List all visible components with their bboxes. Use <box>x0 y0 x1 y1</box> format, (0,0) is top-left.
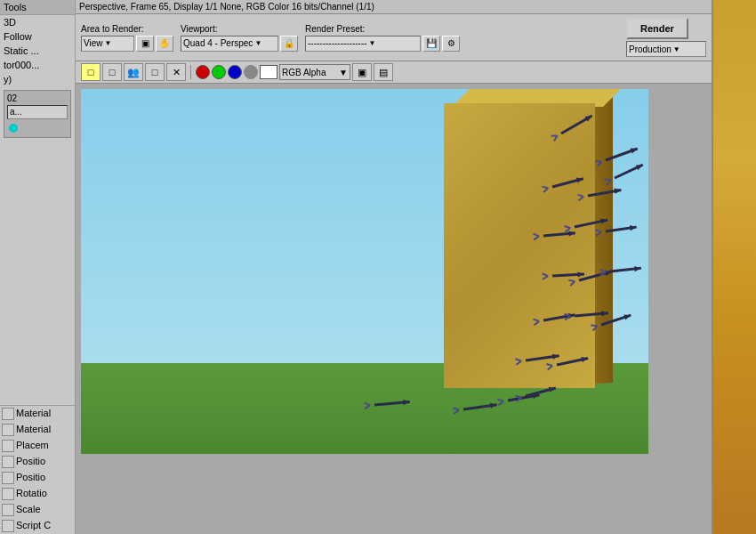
tools-label: Tools <box>4 2 27 12</box>
sidebar-item-static[interactable]: Static ... <box>0 44 75 58</box>
production-dropdown-arrow: ▼ <box>673 45 680 53</box>
sidebar-bottom-list: Material Material Placem Positio Positio… <box>0 405 75 534</box>
channel-dropdown[interactable]: RGB Alpha ▼ <box>279 64 350 80</box>
area-dropdown[interactable]: View ▼ <box>81 36 134 52</box>
pos1-icon <box>2 456 14 468</box>
tb-people-btn[interactable]: 👥 <box>124 63 143 81</box>
area-label: Area to Render: <box>81 24 173 34</box>
sidebar-tools-header: Tools <box>0 0 75 15</box>
preset-dropdown-arrow: ▼ <box>369 39 376 47</box>
place-icon <box>2 440 14 452</box>
sidebar-item-pos1[interactable]: Positio <box>16 456 73 468</box>
mini-dot-teal <box>9 124 18 133</box>
production-dropdown[interactable]: Production ▼ <box>626 41 706 57</box>
tb-close-btn[interactable]: ✕ <box>166 63 186 81</box>
sidebar-item-script[interactable]: Script C <box>16 520 73 532</box>
area-btn2[interactable]: ✋ <box>156 36 173 52</box>
preset-dropdown[interactable]: -------------------- ▼ <box>305 36 421 52</box>
preset-label: Render Preset: <box>305 24 460 34</box>
tb-print-btn[interactable]: □ <box>145 63 165 81</box>
sidebar-item-tor[interactable]: tor000... <box>0 58 75 72</box>
mat2-icon <box>2 424 14 436</box>
sidebar-item-follow[interactable]: Follow <box>0 29 75 44</box>
render-canvas <box>81 89 648 454</box>
sidebar-item-place[interactable]: Placem <box>16 440 73 452</box>
area-to-render-group: Area to Render: View ▼ ▣ ✋ <box>81 24 173 52</box>
viewport-group: Viewport: Quad 4 - Perspec ▼ 🔒 <box>181 24 298 52</box>
rot-icon <box>2 488 14 500</box>
preset-group: Render Preset: -------------------- ▼ 💾 … <box>305 24 460 52</box>
sidebar-mini-panel: 02 a... <box>4 90 71 138</box>
sidebar-item-y[interactable]: y) <box>0 72 75 86</box>
title-bar: Perspective, Frame 65, Display 1/1 None,… <box>76 0 712 14</box>
color-green[interactable] <box>212 65 226 79</box>
render-controls: Area to Render: View ▼ ▣ ✋ Viewport: Qua… <box>76 14 712 61</box>
title-text: Perspective, Frame 65, Display 1/1 None,… <box>79 2 374 12</box>
sidebar-item-mat1[interactable]: Material <box>16 408 73 420</box>
scale-icon <box>2 504 14 516</box>
tb-frame-btn1[interactable]: ▣ <box>352 63 372 81</box>
sidebar-item-scale[interactable]: Scale <box>16 504 73 516</box>
viewport-dropdown[interactable]: Quad 4 - Perspec ▼ <box>181 36 278 52</box>
toolbar-separator <box>190 65 191 79</box>
canvas-wrapper <box>76 84 712 534</box>
tb-save-btn[interactable]: □ <box>81 63 101 81</box>
area-dropdown-arrow: ▼ <box>105 39 112 47</box>
preset-settings-btn[interactable]: ⚙ <box>442 36 460 52</box>
color-red[interactable] <box>196 65 210 79</box>
color-blue[interactable] <box>228 65 242 79</box>
script-icon <box>2 520 14 532</box>
sidebar: Tools 3D Follow Static ... tor000... y) … <box>0 0 76 534</box>
lock-btn[interactable]: 🔒 <box>280 36 298 52</box>
right-decorative-strip <box>712 0 756 534</box>
sidebar-item-rot[interactable]: Rotatio <box>16 488 73 500</box>
main-area: Perspective, Frame 65, Display 1/1 None,… <box>76 0 712 534</box>
color-white-swatch[interactable] <box>260 65 277 79</box>
wall-front-face <box>444 103 595 388</box>
tb-frame-btn2[interactable]: ▤ <box>374 63 393 81</box>
sidebar-item-3d[interactable]: 3D <box>0 15 75 29</box>
pos2-icon <box>2 472 14 484</box>
viewport-dropdown-arrow: ▼ <box>254 39 261 47</box>
channel-dropdown-arrow: ▼ <box>339 68 348 77</box>
tb-copy-btn[interactable]: □ <box>102 63 122 81</box>
viewport-label: Viewport: <box>181 24 298 34</box>
area-btn1[interactable]: ▣ <box>136 36 154 52</box>
render-btn-area: Render Production ▼ <box>626 18 706 57</box>
render-button[interactable]: Render <box>626 18 688 39</box>
toolbar-row: □ □ 👥 □ ✕ RGB Alpha ▼ ▣ ▤ <box>76 61 712 84</box>
sidebar-item-pos2[interactable]: Positio <box>16 472 73 484</box>
tb-gray-btn[interactable] <box>244 65 258 79</box>
scene-wall <box>444 103 622 388</box>
sidebar-item-mat2[interactable]: Material <box>16 424 73 436</box>
mini-panel-label: 02 <box>7 93 68 103</box>
mat1-icon <box>2 408 14 420</box>
mini-panel-input[interactable]: a... <box>7 105 68 119</box>
preset-save-btn[interactable]: 💾 <box>422 36 440 52</box>
